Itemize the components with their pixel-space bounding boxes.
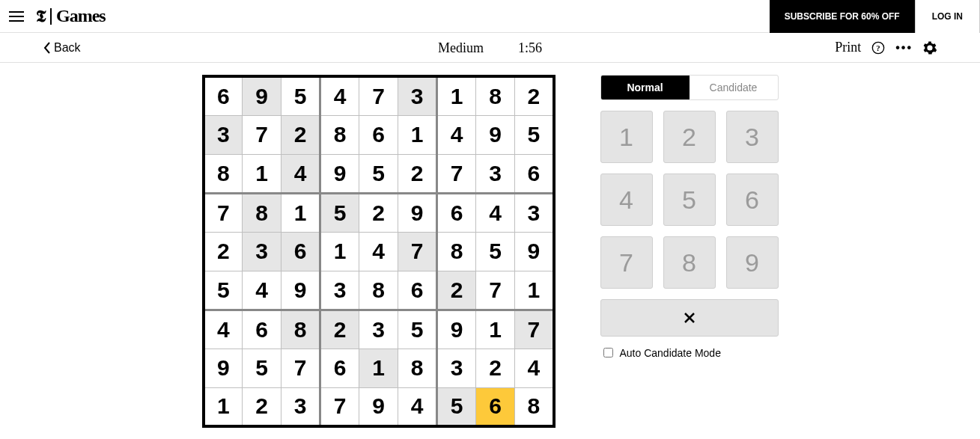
cell-r1-c4[interactable]: 6 bbox=[359, 115, 398, 154]
cell-r8-c1[interactable]: 2 bbox=[243, 387, 281, 426]
cell-r1-c5[interactable]: 1 bbox=[398, 115, 437, 154]
cell-r3-c4[interactable]: 2 bbox=[359, 193, 398, 232]
cell-r8-c6[interactable]: 5 bbox=[437, 387, 476, 426]
cell-r0-c8[interactable]: 2 bbox=[515, 76, 554, 115]
cell-r4-c0[interactable]: 2 bbox=[204, 232, 243, 271]
cell-r7-c5[interactable]: 8 bbox=[398, 349, 437, 387]
cell-r6-c7[interactable]: 1 bbox=[476, 310, 515, 349]
cell-r0-c0[interactable]: 6 bbox=[204, 76, 243, 115]
cell-r5-c4[interactable]: 8 bbox=[359, 271, 398, 310]
cell-r4-c8[interactable]: 9 bbox=[515, 232, 554, 271]
keypad-7[interactable]: 7 bbox=[600, 236, 653, 289]
help-icon[interactable]: ? bbox=[871, 41, 885, 55]
cell-r2-c2[interactable]: 4 bbox=[281, 154, 320, 193]
cell-r1-c8[interactable]: 5 bbox=[515, 115, 554, 154]
cell-r4-c3[interactable]: 1 bbox=[320, 232, 359, 271]
cell-r7-c1[interactable]: 5 bbox=[243, 349, 281, 387]
clear-key[interactable] bbox=[600, 299, 779, 337]
cell-r4-c4[interactable]: 4 bbox=[359, 232, 398, 271]
cell-r7-c0[interactable]: 9 bbox=[204, 349, 243, 387]
cell-r7-c3[interactable]: 6 bbox=[320, 349, 359, 387]
cell-r2-c4[interactable]: 5 bbox=[359, 154, 398, 193]
cell-r3-c8[interactable]: 3 bbox=[515, 193, 554, 232]
cell-r1-c7[interactable]: 9 bbox=[476, 115, 515, 154]
keypad-9[interactable]: 9 bbox=[726, 236, 779, 289]
cell-r4-c7[interactable]: 5 bbox=[476, 232, 515, 271]
cell-r6-c5[interactable]: 5 bbox=[398, 310, 437, 349]
auto-candidate-checkbox[interactable] bbox=[603, 348, 613, 357]
cell-r5-c6[interactable]: 2 bbox=[437, 271, 476, 310]
keypad-5[interactable]: 5 bbox=[663, 174, 716, 226]
cell-r7-c2[interactable]: 7 bbox=[281, 349, 320, 387]
cell-r2-c0[interactable]: 8 bbox=[204, 154, 243, 193]
keypad-3[interactable]: 3 bbox=[726, 111, 779, 163]
cell-r5-c3[interactable]: 3 bbox=[320, 271, 359, 310]
cell-r6-c6[interactable]: 9 bbox=[437, 310, 476, 349]
hamburger-menu-icon[interactable] bbox=[0, 0, 33, 33]
cell-r1-c0[interactable]: 3 bbox=[204, 115, 243, 154]
cell-r0-c7[interactable]: 8 bbox=[476, 76, 515, 115]
cell-r2-c3[interactable]: 9 bbox=[320, 154, 359, 193]
cell-r1-c6[interactable]: 4 bbox=[437, 115, 476, 154]
cell-r7-c4[interactable]: 1 bbox=[359, 349, 398, 387]
cell-r4-c1[interactable]: 3 bbox=[243, 232, 281, 271]
cell-r7-c8[interactable]: 4 bbox=[515, 349, 554, 387]
cell-r1-c2[interactable]: 2 bbox=[281, 115, 320, 154]
cell-r7-c6[interactable]: 3 bbox=[437, 349, 476, 387]
cell-r8-c2[interactable]: 3 bbox=[281, 387, 320, 426]
cell-r3-c6[interactable]: 6 bbox=[437, 193, 476, 232]
cell-r0-c5[interactable]: 3 bbox=[398, 76, 437, 115]
cell-r8-c0[interactable]: 1 bbox=[204, 387, 243, 426]
keypad-4[interactable]: 4 bbox=[600, 174, 653, 226]
cell-r8-c4[interactable]: 9 bbox=[359, 387, 398, 426]
cell-r2-c7[interactable]: 3 bbox=[476, 154, 515, 193]
print-button[interactable]: Print bbox=[835, 40, 861, 55]
cell-r3-c0[interactable]: 7 bbox=[204, 193, 243, 232]
cell-r4-c6[interactable]: 8 bbox=[437, 232, 476, 271]
cell-r0-c3[interactable]: 4 bbox=[320, 76, 359, 115]
cell-r5-c0[interactable]: 5 bbox=[204, 271, 243, 310]
cell-r0-c6[interactable]: 1 bbox=[437, 76, 476, 115]
cell-r3-c3[interactable]: 5 bbox=[320, 193, 359, 232]
cell-r2-c5[interactable]: 2 bbox=[398, 154, 437, 193]
cell-r3-c1[interactable]: 8 bbox=[243, 193, 281, 232]
cell-r5-c1[interactable]: 4 bbox=[243, 271, 281, 310]
cell-r5-c8[interactable]: 1 bbox=[515, 271, 554, 310]
brand-logo[interactable]: 𝕿 Games bbox=[36, 6, 106, 26]
cell-r1-c3[interactable]: 8 bbox=[320, 115, 359, 154]
cell-r6-c1[interactable]: 6 bbox=[243, 310, 281, 349]
cell-r6-c4[interactable]: 3 bbox=[359, 310, 398, 349]
cell-r7-c7[interactable]: 2 bbox=[476, 349, 515, 387]
settings-icon[interactable] bbox=[923, 41, 937, 55]
cell-r8-c5[interactable]: 4 bbox=[398, 387, 437, 426]
more-menu-icon[interactable]: ••• bbox=[895, 41, 913, 55]
cell-r8-c7[interactable]: 6 bbox=[476, 387, 515, 426]
cell-r5-c2[interactable]: 9 bbox=[281, 271, 320, 310]
keypad-2[interactable]: 2 bbox=[663, 111, 716, 163]
cell-r5-c5[interactable]: 6 bbox=[398, 271, 437, 310]
cell-r5-c7[interactable]: 7 bbox=[476, 271, 515, 310]
login-button[interactable]: LOG IN bbox=[915, 0, 980, 33]
auto-candidate-label[interactable]: Auto Candidate Mode bbox=[620, 347, 721, 359]
cell-r6-c8[interactable]: 7 bbox=[515, 310, 554, 349]
back-button[interactable]: Back bbox=[43, 41, 81, 55]
cell-r6-c0[interactable]: 4 bbox=[204, 310, 243, 349]
cell-r6-c2[interactable]: 8 bbox=[281, 310, 320, 349]
cell-r4-c5[interactable]: 7 bbox=[398, 232, 437, 271]
cell-r8-c3[interactable]: 7 bbox=[320, 387, 359, 426]
mode-candidate[interactable]: Candidate bbox=[690, 76, 778, 99]
mode-normal[interactable]: Normal bbox=[601, 76, 690, 99]
cell-r6-c3[interactable]: 2 bbox=[320, 310, 359, 349]
keypad-1[interactable]: 1 bbox=[600, 111, 653, 163]
cell-r2-c6[interactable]: 7 bbox=[437, 154, 476, 193]
keypad-6[interactable]: 6 bbox=[726, 174, 779, 226]
cell-r1-c1[interactable]: 7 bbox=[243, 115, 281, 154]
cell-r3-c7[interactable]: 4 bbox=[476, 193, 515, 232]
cell-r0-c1[interactable]: 9 bbox=[243, 76, 281, 115]
cell-r3-c5[interactable]: 9 bbox=[398, 193, 437, 232]
cell-r3-c2[interactable]: 1 bbox=[281, 193, 320, 232]
cell-r0-c2[interactable]: 5 bbox=[281, 76, 320, 115]
cell-r2-c8[interactable]: 6 bbox=[515, 154, 554, 193]
cell-r0-c4[interactable]: 7 bbox=[359, 76, 398, 115]
cell-r8-c8[interactable]: 8 bbox=[515, 387, 554, 426]
